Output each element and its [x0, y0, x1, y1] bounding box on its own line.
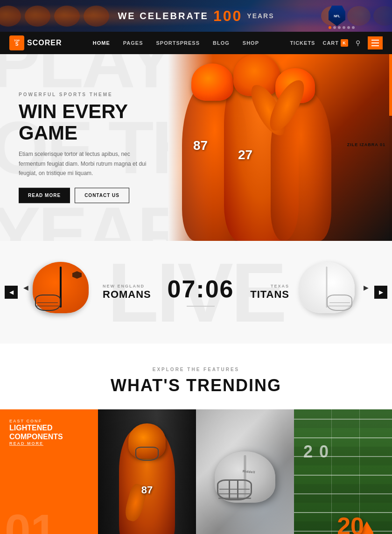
scoreboard-section: LIVE ◀ ◀ [0, 241, 392, 344]
score-center: 07:06 [167, 275, 234, 309]
team-left-name: ROMANS [103, 288, 151, 301]
scoreboard-inner: ◀ NEW ENGLAND ROMANS 07:06 [33, 262, 359, 323]
navbar: TOP S SCORER HOME PAGES SPORTSPRESS BLOG… [0, 32, 392, 54]
team-right-region: TEXAS [250, 284, 289, 288]
top-banner: WE CELEBRATE 100 YEARS NFL [0, 0, 392, 32]
trending-sub-label: EXPLORE THE FEATURES [0, 367, 392, 372]
team-right-name: TITANS [250, 288, 289, 301]
card3-image: Riddell [196, 409, 294, 534]
team-left: ◀ NEW ENGLAND ROMANS [33, 262, 151, 323]
team-left-region: NEW ENGLAND [103, 284, 151, 288]
score-divider [187, 306, 215, 307]
team-right-info: TEXAS TITANS [250, 284, 289, 301]
hero-sub-label: POWERFUL SPORTS THEME [19, 92, 149, 97]
card4-image: 2 0 20 [294, 409, 392, 534]
hero-title: WIN EVERY GAME [19, 101, 149, 144]
trending-card-2[interactable]: 87 [98, 409, 196, 534]
banner-text: WE CELEBRATE 100 YEARS [118, 7, 274, 25]
card2-image: 87 [98, 409, 196, 534]
card1-number: 01 [5, 507, 56, 534]
hero-progress-bar [389, 54, 392, 241]
hero-section: PLAYEROF THEYEAR 87 27 POWERFUL SPORTS T… [0, 54, 392, 241]
years-label: YEARS [247, 12, 274, 20]
trending-header: EXPLORE THE FEATURES WHAT'S TRENDING [0, 367, 392, 395]
search-icon[interactable]: ⚲ [356, 39, 360, 47]
hero-slide-nav: ZILE IZABRA 01 [347, 142, 385, 153]
nav-sportspress[interactable]: SPORTSPRESS [156, 40, 200, 46]
logo-icon: TOP S [9, 35, 24, 50]
contact-button[interactable]: CONTACT US [75, 188, 129, 203]
cart-badge: K [341, 39, 348, 47]
score-time: 07:06 [167, 275, 234, 303]
nav-blog[interactable]: BLOG [213, 40, 230, 46]
trending-section: EXPLORE THE FEATURES WHAT'S TRENDING EAS… [0, 344, 392, 534]
helmet-left: ◀ [33, 262, 93, 323]
nav-shop[interactable]: SHOP [243, 40, 259, 46]
team-left-info: NEW ENGLAND ROMANS [103, 284, 151, 301]
trending-card-1[interactable]: EAST CONF LIGHTENED COMPONENTS READ MORE… [0, 409, 98, 534]
slide-1[interactable]: ZILE IZABRA 01 [347, 142, 385, 147]
trending-card-4[interactable]: 2 0 20 [294, 409, 392, 534]
celebrate-label: WE CELEBRATE [118, 11, 209, 21]
tickets-link[interactable]: TICKETS [290, 40, 315, 46]
nfl-logo: NFL [329, 6, 345, 26]
years-number: 100 [213, 7, 242, 25]
hero-description: Etiam scelerisque tortor at lectus apibu… [19, 150, 149, 178]
helmet-orange [33, 262, 89, 313]
hero-content: POWERFUL SPORTS THEME WIN EVERY GAME Eti… [19, 92, 149, 203]
logo[interactable]: TOP S SCORER [9, 35, 62, 50]
scoreboard-next-arrow[interactable]: ▶ [374, 286, 387, 299]
card1-conference: EAST CONF [9, 419, 89, 423]
nav-links: HOME PAGES SPORTSPRESS BLOG SHOP [93, 40, 259, 46]
cart-link[interactable]: CART K [322, 39, 348, 47]
trending-card-3[interactable]: Riddell [196, 409, 294, 534]
logo-text: SCORER [27, 39, 62, 47]
scoreboard-prev-arrow[interactable]: ◀ [5, 286, 18, 299]
nav-home[interactable]: HOME [93, 40, 110, 46]
read-more-button[interactable]: READ MORE [19, 188, 70, 203]
nav-pages[interactable]: PAGES [123, 40, 143, 46]
card1-title: LIGHTENED COMPONENTS [9, 423, 89, 441]
helmet-white-el [299, 262, 355, 313]
card1-read-more[interactable]: READ MORE [9, 441, 89, 446]
banner-dots [329, 26, 355, 29]
helmet-right: ▶ [299, 262, 359, 323]
team-right: ▶ TEXAS TITANS [250, 262, 359, 323]
trending-title: WHAT'S TRENDING [0, 376, 392, 395]
trending-cards: EAST CONF LIGHTENED COMPONENTS READ MORE… [0, 409, 392, 534]
menu-button[interactable] [368, 36, 383, 49]
hero-buttons: READ MORE CONTACT US [19, 188, 149, 203]
nav-right: TICKETS CART K ⚲ [290, 36, 383, 49]
